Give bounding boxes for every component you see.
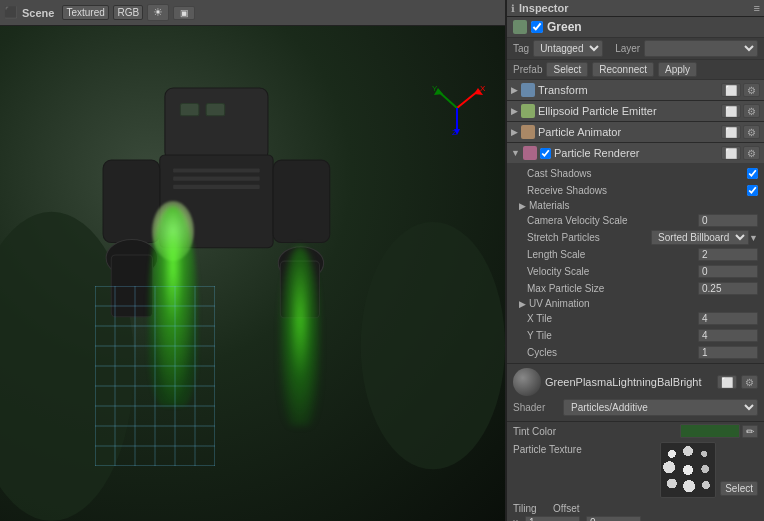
svg-rect-13 — [173, 177, 260, 181]
y-tile-row: Y Tile — [507, 327, 764, 344]
cycles-label: Cycles — [527, 347, 698, 358]
shader-copy-button[interactable]: ⬜ — [717, 375, 737, 389]
svg-text:Z: Z — [452, 128, 457, 136]
prefab-label: Prefab — [513, 64, 542, 75]
particle-animator-header[interactable]: ▶ Particle Animator ⬜ ⚙ — [507, 122, 764, 142]
color-mode-dropdown[interactable]: RGB — [113, 5, 143, 20]
cycles-input[interactable] — [698, 346, 758, 359]
object-icon — [513, 20, 527, 34]
scene-panel-icon: ⬛ — [4, 6, 18, 19]
prefab-reconnect-button[interactable]: Reconnect — [592, 62, 654, 77]
texture-select-button[interactable]: Select — [720, 481, 758, 496]
animator-settings-button[interactable]: ⚙ — [743, 125, 760, 139]
shader-obj-row: GreenPlasmaLightningBalBright ⬜ ⚙ — [513, 367, 758, 397]
stretch-dropdown-arrow-icon: ▼ — [749, 233, 758, 243]
particle-texture-row: Particle Texture Select — [507, 440, 764, 500]
emitter-buttons: ⬜ ⚙ — [721, 104, 760, 118]
particle-renderer-header[interactable]: ▼ Particle Renderer ⬜ ⚙ — [507, 143, 764, 163]
scene-panel-title: Scene — [22, 7, 54, 19]
uv-animation-section[interactable]: ▶ UV Animation — [507, 297, 764, 310]
transform-settings-button[interactable]: ⚙ — [743, 83, 760, 97]
velocity-scale-label: Velocity Scale — [527, 266, 698, 277]
renderer-settings-button[interactable]: ⚙ — [743, 146, 760, 160]
layer-dropdown[interactable] — [644, 40, 758, 57]
transform-buttons: ⬜ ⚙ — [721, 83, 760, 97]
velocity-scale-row: Velocity Scale — [507, 263, 764, 280]
length-scale-input[interactable] — [698, 248, 758, 261]
prefab-row: Prefab Select Reconnect Apply — [507, 60, 764, 80]
renderer-copy-button[interactable]: ⬜ — [721, 146, 741, 160]
svg-rect-14 — [173, 185, 260, 189]
scene-panel: ⬛ Scene Textured RGB ☀ ▣ — [0, 0, 506, 521]
uv-arrow-icon: ▶ — [519, 299, 526, 309]
length-scale-label: Length Scale — [527, 249, 698, 260]
emitter-settings-button[interactable]: ⚙ — [743, 104, 760, 118]
cycles-row: Cycles — [507, 344, 764, 361]
x-axis-label: x — [513, 517, 523, 521]
sun-button[interactable]: ☀ — [147, 4, 169, 21]
tint-pick-button[interactable]: ✏ — [742, 425, 758, 438]
cast-shadows-checkbox[interactable] — [747, 168, 758, 179]
svg-text:Y: Y — [432, 84, 438, 93]
tiling-x-input[interactable] — [525, 516, 580, 521]
receive-shadows-checkbox[interactable] — [747, 185, 758, 196]
view-mode-dropdown[interactable]: Textured — [62, 5, 109, 20]
transform-icon — [521, 83, 535, 97]
emitter-copy-button[interactable]: ⬜ — [721, 104, 741, 118]
img-button[interactable]: ▣ — [173, 6, 195, 20]
shader-dropdown[interactable]: Particles/Additive — [563, 399, 758, 416]
gizmo-svg: X Y Z — [430, 81, 485, 136]
tag-label: Tag — [513, 43, 529, 54]
camera-velocity-input[interactable] — [698, 214, 758, 227]
velocity-scale-input[interactable] — [698, 265, 758, 278]
inspector-menu-button[interactable]: ≡ — [754, 2, 760, 14]
x-tile-input[interactable] — [698, 312, 758, 325]
transform-copy-button[interactable]: ⬜ — [721, 83, 741, 97]
animator-icon — [521, 125, 535, 139]
object-name: Green — [547, 20, 758, 34]
tiling-section: Tiling Offset x y — [507, 500, 764, 521]
ellipsoid-emitter-header[interactable]: ▶ Ellipsoid Particle Emitter ⬜ ⚙ — [507, 101, 764, 121]
stretch-particles-dropdown[interactable]: Sorted Billboard — [651, 230, 749, 245]
ellipsoid-emitter-component: ▶ Ellipsoid Particle Emitter ⬜ ⚙ — [507, 101, 764, 122]
animator-buttons: ⬜ ⚙ — [721, 125, 760, 139]
app: ⬛ Scene Textured RGB ☀ ▣ — [0, 0, 764, 521]
renderer-enabled-checkbox[interactable] — [540, 148, 551, 159]
particle-green-right — [280, 246, 320, 426]
cast-shadows-row: Cast Shadows — [507, 165, 764, 182]
animator-copy-button[interactable]: ⬜ — [721, 125, 741, 139]
emitter-title: Ellipsoid Particle Emitter — [538, 105, 718, 117]
object-active-checkbox[interactable] — [531, 21, 543, 33]
renderer-buttons: ⬜ ⚙ — [721, 146, 760, 160]
tag-dropdown[interactable]: Untagged — [533, 40, 603, 57]
y-tile-label: Y Tile — [527, 330, 698, 341]
shader-settings-button[interactable]: ⚙ — [741, 375, 758, 389]
svg-rect-2 — [165, 88, 268, 160]
animator-title: Particle Animator — [538, 126, 718, 138]
stretch-particles-row: Stretch Particles Sorted Billboard ▼ — [507, 229, 764, 246]
offset-x-input[interactable] — [586, 516, 641, 521]
prefab-select-button[interactable]: Select — [546, 62, 588, 77]
transform-header[interactable]: ▶ Transform ⬜ ⚙ — [507, 80, 764, 100]
emitter-arrow-icon: ▶ — [511, 106, 518, 116]
x-tile-label: X Tile — [527, 313, 698, 324]
shader-name-label: GreenPlasmaLightningBalBright — [545, 376, 713, 388]
uv-animation-label: UV Animation — [529, 298, 590, 309]
materials-arrow-icon: ▶ — [519, 201, 526, 211]
tint-color-swatch[interactable] — [680, 424, 740, 438]
tiling-header: Tiling Offset — [513, 502, 758, 515]
prefab-apply-button[interactable]: Apply — [658, 62, 697, 77]
tag-layer-row: Tag Untagged Layer — [507, 38, 764, 60]
transform-title: Transform — [538, 84, 718, 96]
max-particle-size-input[interactable] — [698, 282, 758, 295]
scene-background: X Y Z — [0, 26, 505, 521]
scene-viewport: X Y Z — [0, 26, 505, 521]
tint-color-row: Tint Color ✏ — [507, 422, 764, 440]
materials-section[interactable]: ▶ Materials — [507, 199, 764, 212]
shader-block: GreenPlasmaLightningBalBright ⬜ ⚙ Shader… — [507, 364, 764, 422]
object-header: Green — [507, 17, 764, 38]
particle-animator-component: ▶ Particle Animator ⬜ ⚙ — [507, 122, 764, 143]
main-area: ⬛ Scene Textured RGB ☀ ▣ — [0, 0, 764, 521]
y-tile-input[interactable] — [698, 329, 758, 342]
svg-rect-5 — [273, 160, 330, 242]
